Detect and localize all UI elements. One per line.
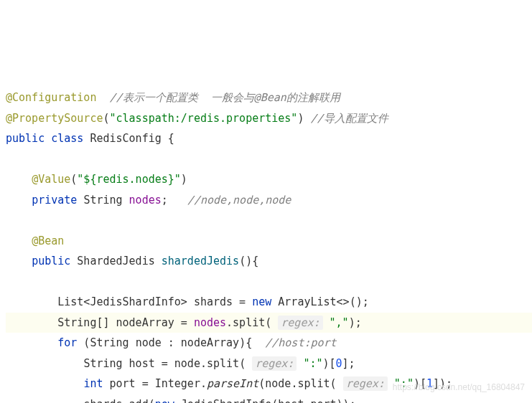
variable: port (110, 377, 136, 390)
variable: node (265, 377, 291, 390)
code-line: @Bean (6, 231, 532, 252)
string-literal: "classpath:/redis.properties" (110, 112, 298, 125)
param-hint: regex: (278, 316, 322, 330)
variable: node (174, 357, 200, 370)
code-line: String host = node.split( regex: ":")[0]… (6, 354, 532, 374)
variable: nodeArray (116, 316, 174, 329)
type: String (90, 336, 129, 349)
keyword: new (252, 295, 271, 308)
keyword: int (83, 377, 103, 390)
annotation: @Configuration (6, 91, 96, 104)
type: String[] (57, 316, 109, 329)
comment: //host:port (265, 336, 336, 349)
code-line (6, 272, 532, 293)
comment: //导入配置文件 (310, 112, 388, 125)
static-method: parseInt (207, 377, 258, 390)
type: ShardedJedis (77, 255, 154, 267)
keyword: public (32, 255, 70, 267)
code-line (6, 149, 532, 170)
param-hint: regex: (252, 356, 297, 371)
keyword: for (57, 336, 77, 349)
method-name: shardedJedis (162, 255, 239, 267)
code-line: public class RedisConfig { (6, 128, 532, 149)
code-line: @Configuration //表示一个配置类 一般会与@Bean的注解联用 (6, 87, 532, 108)
comment: //node,node,node (187, 194, 291, 207)
variable: host (278, 398, 304, 404)
number-literal: 0 (336, 357, 342, 370)
code-line: for (String node : nodeArray){ //host:po… (6, 333, 532, 354)
type: String (83, 357, 122, 370)
param-hint: regex: (343, 376, 388, 391)
string-literal: "," (330, 316, 349, 329)
method-call: split (207, 357, 239, 370)
variable: nodeArray (181, 336, 239, 349)
class-name: RedisConfig (90, 132, 161, 145)
annotation: @Bean (32, 234, 64, 247)
code-line: @Value("${redis.nodes}") (6, 169, 532, 190)
string-literal: ":" (303, 357, 322, 370)
watermark: https://blog.csdn.net/qq_16804847 (393, 379, 525, 396)
method-call: split (233, 316, 265, 329)
code-line (6, 210, 532, 231)
type: Integer (155, 377, 200, 390)
comment: //表示一个配置类 一般会与@Bean的注解联用 (110, 91, 340, 104)
field: nodes (129, 194, 162, 207)
keyword: private (32, 194, 77, 207)
code-line: List<JedisShardInfo> shards = new ArrayL… (6, 292, 532, 313)
keyword: new (155, 398, 174, 404)
method-call: add (129, 398, 149, 404)
variable: host (129, 357, 155, 370)
keyword: public class (6, 132, 83, 145)
constructor: ArrayList<>() (278, 295, 362, 308)
code-editor[interactable]: @Configuration //表示一个配置类 一般会与@Bean的注解联用@… (6, 87, 532, 403)
method-call: split (297, 377, 330, 390)
code-line: public ShardedJedis shardedJedis(){ (6, 251, 532, 272)
variable: shards (194, 295, 233, 308)
annotation: @PropertySource (6, 112, 103, 125)
variable: shards (83, 398, 122, 404)
code-line: @PropertySource("classpath:/redis.proper… (6, 108, 532, 129)
type: String (83, 194, 122, 207)
constructor: JedisShardInfo (181, 398, 271, 404)
code-line: private String nodes; //node,node,node (6, 190, 532, 211)
variable: port (310, 398, 336, 404)
string-literal: "${redis.nodes}" (77, 173, 181, 186)
field: nodes (194, 316, 226, 329)
code-line-active: String[] nodeArray = nodes.split( regex:… (6, 313, 532, 333)
type: List<JedisShardInfo> (57, 295, 187, 308)
variable: node (136, 336, 162, 349)
annotation: @Value (32, 173, 70, 186)
